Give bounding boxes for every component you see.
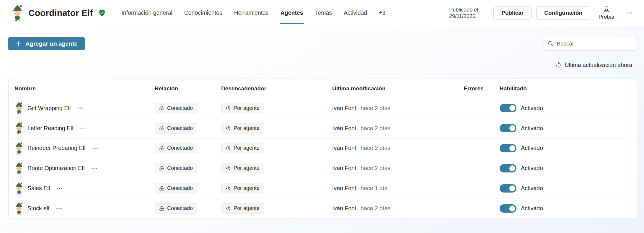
tab-agentes[interactable]: Agentes xyxy=(281,0,303,26)
modified-when: hace 2 días xyxy=(361,165,390,172)
enabled-label: Activado xyxy=(521,145,543,151)
tab-temas[interactable]: Temas xyxy=(315,0,332,26)
table-row[interactable]: Stock elf Conectado Por agente Iván Font… xyxy=(9,198,637,219)
column-header-ultima-modificacion: Última modificación xyxy=(326,85,458,92)
trigger-badge: Por agente xyxy=(221,103,264,113)
enabled-toggle[interactable] xyxy=(500,184,516,193)
linked-rings-icon xyxy=(159,206,164,211)
modified-by: Iván Font xyxy=(332,105,356,112)
trigger-badge: Por agente xyxy=(221,203,264,214)
modified-when: hace 2 días xyxy=(361,205,390,212)
column-header-desencadenador: Desencadenador xyxy=(215,85,326,92)
modified-by: Iván Font xyxy=(332,145,356,151)
flask-icon xyxy=(603,6,610,13)
toggle-knob xyxy=(509,125,515,131)
modified-by: Iván Font xyxy=(332,205,356,212)
code-brackets-icon xyxy=(226,166,231,171)
enabled-label: Activado xyxy=(521,205,543,212)
row-more-button[interactable] xyxy=(92,145,98,151)
enabled-toggle[interactable] xyxy=(500,104,516,112)
app-header: Coordinator Elf Información general Cono… xyxy=(0,0,644,26)
table-row[interactable]: Route Optimization Elf Conectado Por age… xyxy=(9,158,637,178)
tab-overflow-more[interactable]: +3 xyxy=(379,0,385,26)
header-actions: Publicado el 29/11/2025 Publicar Configu… xyxy=(449,6,635,20)
code-brackets-icon xyxy=(226,105,231,111)
refresh-icon[interactable] xyxy=(555,62,562,69)
trigger-badge: Por agente xyxy=(221,183,264,193)
enabled-toggle[interactable] xyxy=(500,144,516,152)
enabled-toggle[interactable] xyxy=(500,204,516,213)
agents-page: Agregar un agente Última actualización a… xyxy=(0,26,644,233)
relation-badge: Conectado xyxy=(155,183,197,193)
agent-avatar xyxy=(14,202,24,215)
agent-avatar xyxy=(14,142,24,154)
agent-name: Gift Wrapping Elf xyxy=(27,105,71,112)
test-button[interactable]: Probar xyxy=(599,6,614,20)
agent-name: Route Optimization Elf xyxy=(27,165,85,172)
toggle-knob xyxy=(509,145,515,151)
modified-by: Iván Font xyxy=(332,125,356,132)
enabled-toggle[interactable] xyxy=(500,164,516,172)
enabled-label: Activado xyxy=(521,165,543,172)
verified-shield-icon xyxy=(98,9,106,17)
column-header-nombre: Nombre xyxy=(9,85,149,92)
code-brackets-icon xyxy=(226,126,231,131)
trigger-badge: Por agente xyxy=(221,163,264,173)
add-agent-button[interactable]: Agregar un agente xyxy=(8,37,85,50)
row-more-button[interactable] xyxy=(91,165,97,171)
table-row[interactable]: Sales Elf Conectado Por agente Iván Font… xyxy=(9,178,637,198)
toggle-knob xyxy=(509,165,515,171)
linked-rings-icon xyxy=(159,126,164,131)
agent-name: Letter Reading Elf xyxy=(27,125,74,132)
tab-bar: Información general Conocimientos Herram… xyxy=(121,0,385,26)
table-row[interactable]: Reindeer Preparing Elf Conectado Por age… xyxy=(9,139,637,159)
toggle-knob xyxy=(509,185,515,191)
row-more-button[interactable] xyxy=(80,125,86,131)
row-more-button[interactable] xyxy=(57,185,63,191)
tab-herramientas[interactable]: Herramientas xyxy=(234,0,269,26)
enabled-label: Activado xyxy=(521,105,543,112)
more-options-button[interactable] xyxy=(623,7,635,19)
tab-informacion-general[interactable]: Información general xyxy=(121,0,172,26)
relation-badge: Conectado xyxy=(155,143,197,153)
modified-when: hace 2 días xyxy=(361,145,390,151)
agent-name: Sales Elf xyxy=(27,185,50,192)
search-input[interactable] xyxy=(557,40,634,47)
relation-badge: Conectado xyxy=(155,123,197,133)
last-updated-text: Última actualización ahora xyxy=(565,62,632,69)
table-row[interactable]: Letter Reading Elf Conectado Por agente … xyxy=(9,118,637,139)
code-brackets-icon xyxy=(226,146,231,151)
toggle-knob xyxy=(509,105,515,111)
row-more-button[interactable] xyxy=(56,206,62,211)
publish-button[interactable]: Publicar xyxy=(493,6,531,19)
table-row[interactable]: Gift Wrapping Elf Conectado Por agente I… xyxy=(9,98,637,118)
published-date: 29/11/2025 xyxy=(449,13,478,19)
row-more-button[interactable] xyxy=(77,105,83,111)
modified-by: Iván Font xyxy=(332,165,356,172)
search-box xyxy=(544,37,637,50)
tab-actividad[interactable]: Actividad xyxy=(344,0,367,26)
agent-avatar xyxy=(14,102,24,114)
modified-when: hace 2 días xyxy=(361,125,390,132)
tab-conocimientos[interactable]: Conocimientos xyxy=(184,0,222,26)
relation-badge: Conectado xyxy=(155,163,197,173)
agent-brand: Coordinator Elf xyxy=(11,5,106,21)
agent-avatar xyxy=(14,182,24,195)
settings-button[interactable]: Configuración xyxy=(536,6,590,19)
ellipsis-icon xyxy=(92,145,98,151)
relation-badge: Conectado xyxy=(155,103,197,113)
published-status: Publicado el 29/11/2025 xyxy=(449,6,478,19)
code-brackets-icon xyxy=(226,206,231,211)
linked-rings-icon xyxy=(159,146,164,151)
modified-when: hace 2 días xyxy=(361,105,390,112)
column-header-errores: Errores xyxy=(458,85,494,92)
plus-icon xyxy=(15,41,22,47)
toggle-knob xyxy=(509,206,515,211)
agent-name: Stock elf xyxy=(27,205,50,212)
trigger-badge: Por agente xyxy=(221,123,264,133)
ellipsis-icon xyxy=(91,165,97,171)
ellipsis-icon xyxy=(626,10,632,16)
enabled-toggle[interactable] xyxy=(500,124,516,132)
agent-name: Reindeer Preparing Elf xyxy=(27,145,86,151)
ellipsis-icon xyxy=(56,206,62,211)
